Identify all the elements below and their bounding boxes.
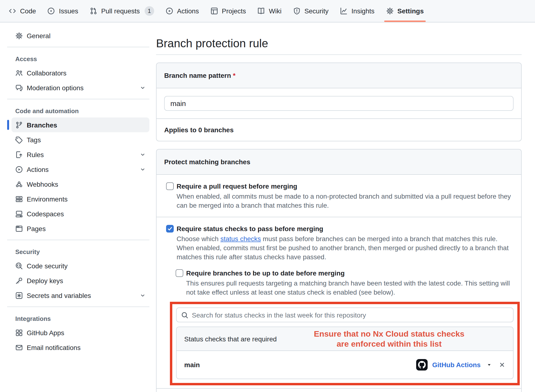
comment-icon bbox=[15, 84, 23, 91]
annotation-text: Ensure that no Nx Cloud status checks ar… bbox=[277, 329, 505, 349]
graph-icon bbox=[340, 7, 348, 15]
protect-matching-branches-card: Protect matching branches Require a pull… bbox=[156, 149, 522, 392]
require-pr-checkbox[interactable] bbox=[166, 182, 174, 190]
status-check-row: main GitHub Actions bbox=[177, 351, 513, 379]
require-status-checks-option: Require status checks to pass before mer… bbox=[157, 217, 521, 392]
sidebar-item-label: Environments bbox=[27, 195, 68, 203]
required-asterisk: * bbox=[233, 72, 236, 79]
sidebar-item-tags[interactable]: Tags bbox=[11, 132, 149, 147]
require-status-checks-description: Choose which status checks must pass bef… bbox=[177, 234, 512, 262]
require-up-to-date-description: This ensures pull requests targeting a m… bbox=[186, 279, 512, 297]
chevron-down-icon bbox=[140, 152, 146, 157]
book-icon bbox=[257, 7, 265, 15]
tab-actions[interactable]: Actions bbox=[161, 0, 204, 22]
status-checks-search-input[interactable] bbox=[176, 307, 514, 322]
apps-icon bbox=[15, 329, 23, 336]
tab-wiki[interactable]: Wiki bbox=[253, 0, 286, 22]
git-branch-icon bbox=[15, 121, 23, 129]
tab-settings[interactable]: Settings bbox=[381, 0, 428, 22]
github-mark-icon bbox=[418, 361, 425, 369]
sidebar-item-code-security[interactable]: Code security bbox=[11, 258, 149, 273]
tab-issues[interactable]: Issues bbox=[43, 0, 83, 22]
people-icon bbox=[15, 69, 23, 77]
gear-icon bbox=[386, 7, 393, 15]
section-divider bbox=[157, 388, 521, 389]
branch-name-pattern-body bbox=[157, 88, 521, 118]
sidebar-item-label: Rules bbox=[27, 151, 44, 158]
sidebar-item-moderation-options[interactable]: Moderation options bbox=[11, 80, 149, 95]
settings-sidebar: GeneralAccessCollaboratorsModeration opt… bbox=[0, 22, 149, 364]
sidebar-item-actions[interactable]: Actions bbox=[11, 162, 149, 177]
sidebar-divider bbox=[7, 99, 149, 99]
sidebar-item-label: Collaborators bbox=[27, 69, 67, 77]
repo-nav: CodeIssuesPull requests1ActionsProjectsW… bbox=[0, 0, 535, 22]
sidebar-item-label: Deploy keys bbox=[27, 277, 63, 284]
github-actions-avatar bbox=[416, 359, 427, 371]
sidebar-divider bbox=[7, 47, 149, 47]
search-icon bbox=[181, 311, 189, 320]
sidebar-section-header: Integrations bbox=[11, 311, 149, 325]
sidebar-item-label: Email notifications bbox=[27, 344, 81, 351]
branch-name-pattern-input[interactable] bbox=[164, 96, 514, 111]
sidebar-item-branches[interactable]: Branches bbox=[11, 117, 149, 132]
sidebar-section-header: Access bbox=[11, 51, 149, 65]
shield-icon bbox=[293, 7, 301, 15]
issue-icon bbox=[47, 7, 55, 15]
require-status-checks-checkbox[interactable] bbox=[166, 225, 174, 233]
gear-icon bbox=[15, 32, 23, 39]
remove-status-check-icon[interactable] bbox=[499, 361, 505, 368]
asterisk-icon bbox=[15, 291, 23, 299]
sidebar-item-label: Codespaces bbox=[27, 210, 64, 217]
status-check-name: main bbox=[184, 361, 200, 369]
tab-security[interactable]: Security bbox=[288, 0, 333, 22]
require-up-to-date-checkbox[interactable] bbox=[176, 269, 183, 277]
page-title: Branch protection rule bbox=[156, 37, 522, 55]
require-pr-description: When enabled, all commits must be made t… bbox=[177, 192, 512, 210]
caret-down-icon[interactable] bbox=[486, 362, 492, 368]
webhook-icon bbox=[15, 180, 23, 188]
require-status-checks-label[interactable]: Require status checks to pass before mer… bbox=[177, 224, 323, 233]
sidebar-item-general[interactable]: General bbox=[11, 28, 149, 43]
tab-projects[interactable]: Projects bbox=[206, 0, 251, 22]
sidebar-item-secrets-and-variables[interactable]: Secrets and variables bbox=[11, 288, 149, 303]
sidebar-item-label: Branches bbox=[27, 121, 57, 129]
sidebar-item-label: Secrets and variables bbox=[27, 291, 91, 299]
tab-insights[interactable]: Insights bbox=[335, 0, 379, 22]
status-checks-search bbox=[176, 307, 514, 322]
applies-count: Applies to 0 branches bbox=[157, 118, 521, 141]
require-pr-label[interactable]: Require a pull request before merging bbox=[177, 181, 297, 191]
sidebar-item-codespaces[interactable]: Codespaces bbox=[11, 206, 149, 221]
require-up-to-date-label[interactable]: Require branches to be up to date before… bbox=[186, 268, 345, 278]
github-actions-link[interactable]: GitHub Actions bbox=[432, 361, 481, 369]
counter-badge: 1 bbox=[145, 6, 154, 16]
tab-label: Wiki bbox=[269, 7, 282, 15]
tab-label: Security bbox=[304, 7, 329, 15]
sidebar-item-label: Moderation options bbox=[27, 84, 84, 91]
branch-name-pattern-card: Branch name pattern* Applies to 0 branch… bbox=[156, 63, 522, 141]
sidebar-item-environments[interactable]: Environments bbox=[11, 191, 149, 206]
tab-label: Issues bbox=[59, 7, 78, 15]
sidebar-item-email-notifications[interactable]: Email notifications bbox=[11, 340, 149, 355]
status-checks-list-title: Status checks that are required bbox=[184, 335, 277, 343]
tab-pull-requests[interactable]: Pull requests1 bbox=[85, 0, 159, 22]
rules-icon bbox=[15, 151, 23, 158]
sidebar-item-deploy-keys[interactable]: Deploy keys bbox=[11, 273, 149, 288]
status-checks-link[interactable]: status checks bbox=[220, 235, 261, 243]
github-settings-page: CodeIssuesPull requests1ActionsProjectsW… bbox=[0, 0, 535, 392]
codescan-icon bbox=[15, 262, 23, 270]
sidebar-item-label: Actions bbox=[27, 165, 49, 173]
tab-code[interactable]: Code bbox=[4, 0, 41, 22]
pull-request-icon bbox=[90, 7, 97, 15]
tab-label: Pull requests bbox=[101, 7, 140, 15]
code-icon bbox=[9, 7, 16, 15]
sidebar-divider bbox=[7, 307, 149, 307]
sidebar-item-collaborators[interactable]: Collaborators bbox=[11, 65, 149, 80]
sidebar-item-github-apps[interactable]: GitHub Apps bbox=[11, 325, 149, 340]
sidebar-item-pages[interactable]: Pages bbox=[11, 221, 149, 236]
page-layout: GeneralAccessCollaboratorsModeration opt… bbox=[0, 22, 535, 392]
tag-icon bbox=[15, 136, 23, 143]
description-text: Choose which bbox=[177, 235, 220, 243]
sidebar-item-rules[interactable]: Rules bbox=[11, 147, 149, 162]
sidebar-item-webhooks[interactable]: Webhooks bbox=[11, 177, 149, 191]
sidebar-divider bbox=[7, 240, 149, 240]
